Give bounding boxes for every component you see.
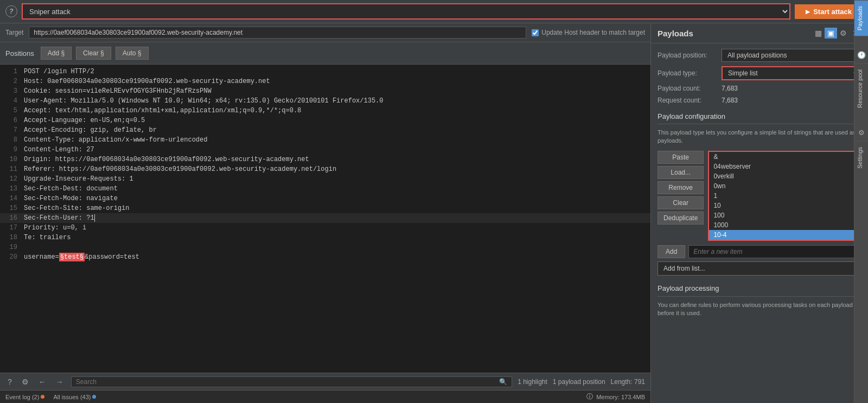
code-line-9: 9Content-Length: 27 [0,145,650,155]
add-from-list-row: Add from list... [658,261,861,276]
main-layout: Target Update Host header to match targe… [0,23,868,403]
search-input[interactable] [76,378,499,386]
code-editor[interactable]: 1POST /login HTTP/2 2Host: 0aef0068034a0… [0,65,650,373]
code-line-17: 17Priority: u=0, i [0,223,650,233]
clear-button[interactable]: Clear [658,196,704,209]
right-body: Payload position: All payload positions … [651,43,868,403]
payload-item-6[interactable]: 10 [709,201,860,210]
code-line-7: 7Accept-Encoding: gzip, deflate, br [0,125,650,135]
payload-item-1[interactable]: & [709,152,860,162]
payload-type-row: Payload type: Simple list [658,66,861,80]
forward-icon[interactable]: → [54,376,66,387]
payload-count-label: Payload count: [658,85,717,92]
payload-item-9[interactable]: 10-4 [709,230,860,240]
code-line-13: 13Sec-Fetch-Dest: document [0,184,650,194]
right-panel-title: Payloads [658,29,812,38]
panel-settings-icon[interactable]: ⚙ [837,28,850,39]
add-section-button[interactable]: Add § [41,47,72,60]
load-button[interactable]: Load... [658,166,704,179]
payload-item-5[interactable]: 1 [709,191,860,201]
request-count-label: Request count: [658,97,717,104]
right-panel: Payloads ▦ ▣ ⚙ ✕ Payload position: All p… [651,23,868,403]
payload-position-row: Payload position: All payload positions [658,49,861,62]
code-line-3: 3Cookie: session=vileReLREvvfOGYG3FHnb2j… [0,86,650,96]
search-icon: 🔍 [499,378,507,386]
payload-position-label: Payload position: [658,52,717,59]
back-icon[interactable]: ← [36,376,48,387]
clear-section-button[interactable]: Clear § [76,47,111,60]
deduplicate-button[interactable]: Deduplicate [658,212,704,225]
payload-type-select[interactable]: Simple list [722,66,861,80]
payload-item-7[interactable]: 100 [709,210,860,220]
code-line-18: 18Te: trailers [0,233,650,242]
payload-config-title: Payload configuration [658,112,854,120]
target-bar: Target Update Host header to match targe… [0,23,650,42]
update-host-checkbox[interactable] [532,29,539,36]
help-bottom-icon[interactable]: ? [5,376,14,387]
start-attack-button[interactable]: Start attack [795,4,863,19]
footer: Event log (2) All issues (43) ⓘ Memory: … [0,390,650,403]
side-tab-settings[interactable]: Settings [854,141,868,174]
payload-item-4[interactable]: 0wn [709,181,860,191]
code-line-11: 11Referer: https://0aef0068034a0e30803ce… [0,164,650,174]
paste-button[interactable]: Paste [658,151,704,164]
payload-item-2[interactable]: 04webserver [709,162,860,171]
payload-config-desc: This payload type lets you configure a s… [658,129,861,145]
resource-pool-icon[interactable]: 🕐 [855,47,868,63]
code-line-5: 5Accept: text/html,application/xhtml+xml… [0,106,650,116]
payload-config-section-header[interactable]: Payload configuration ▲ [658,108,861,124]
remove-button[interactable]: Remove [658,181,704,194]
payload-list-area: Paste Load... Remove Clear Deduplicate &… [658,151,861,241]
top-bar: ? Sniper attack Battering ram Pitchfork … [0,0,868,23]
request-count-value: 7,683 [722,97,738,104]
code-line-8: 8Content-Type: application/x-www-form-ur… [0,135,650,145]
panel-icon-2[interactable]: ▣ [825,28,837,39]
all-issues-badge [92,395,96,399]
payload-processing-title: Payload processing [658,284,854,292]
right-header: Payloads ▦ ▣ ⚙ ✕ [651,23,868,43]
new-item-input[interactable] [688,245,861,258]
all-issues-item[interactable]: All issues (43) [53,394,96,400]
target-url-input[interactable] [29,27,526,39]
payload-item-8[interactable]: 1000 [709,220,860,230]
search-box: 🔍 [71,376,512,387]
payload-position-select[interactable]: All payload positions [722,49,861,62]
positions-label: Positions [5,49,34,57]
bottom-bar: ? ⚙ ← → 🔍 1 highlight 1 payload position… [0,373,650,390]
add-from-list-select[interactable]: Add from list... [658,261,861,276]
request-count-row: Request count: 7,683 [658,97,861,104]
payload-processing-section: Payload processing ▲ You can define rule… [658,281,861,318]
side-tab-payloads[interactable]: Payloads [854,0,868,36]
code-line-14: 14Sec-Fetch-Mode: navigate [0,194,650,203]
payload-dropdown[interactable]: & 04webserver 0verkill 0wn 1 10 100 1000… [708,151,861,241]
payload-processing-header[interactable]: Payload processing ▲ [658,281,861,297]
memory-status: Memory: 173.4MB [596,394,645,400]
update-host-label: Update Host header to match target [532,29,645,36]
settings-side-icon[interactable]: ⚙ [856,124,867,141]
help-icon[interactable]: ? [5,5,17,17]
code-line-20: 20username=§test§&password=test [0,252,650,262]
payload-position-status: 1 payload position [553,378,605,386]
code-line-6: 6Accept-Language: en-US,en;q=0.5 [0,116,650,125]
event-log-badge [41,395,44,399]
side-tab-resource-pool[interactable]: Resource pool [854,63,868,113]
code-line-4: 4User-Agent: Mozilla/5.0 (Windows NT 10.… [0,96,650,106]
code-line-16: 16Sec-Fetch-User: ?1 [0,213,650,223]
panel-icon-1[interactable]: ▦ [812,28,825,39]
auto-section-button[interactable]: Auto § [116,47,149,60]
footer-right: ⓘ Memory: 173.4MB [586,392,645,401]
payload-marker: §test§ [59,253,85,261]
payload-type-label: Payload type: [658,69,717,77]
payload-buttons: Paste Load... Remove Clear Deduplicate [658,151,704,241]
event-log-item[interactable]: Event log (2) [5,394,44,400]
code-line-15: 15Sec-Fetch-Site: same-origin [0,203,650,213]
code-line-1: 1POST /login HTTP/2 [0,67,650,76]
info-icon: ⓘ [586,392,593,401]
positions-toolbar: Positions Add § Clear § Auto § [0,42,650,65]
payload-processing-desc: You can define rules to perform various … [658,301,861,318]
attack-type-select[interactable]: Sniper attack Battering ram Pitchfork Cl… [22,3,790,20]
payload-item-3[interactable]: 0verkill [709,171,860,181]
add-item-button[interactable]: Add [658,245,685,258]
settings-bottom-icon[interactable]: ⚙ [20,376,31,387]
side-tabs: Payloads 🕐 Resource pool ⚙ Settings [854,0,868,403]
